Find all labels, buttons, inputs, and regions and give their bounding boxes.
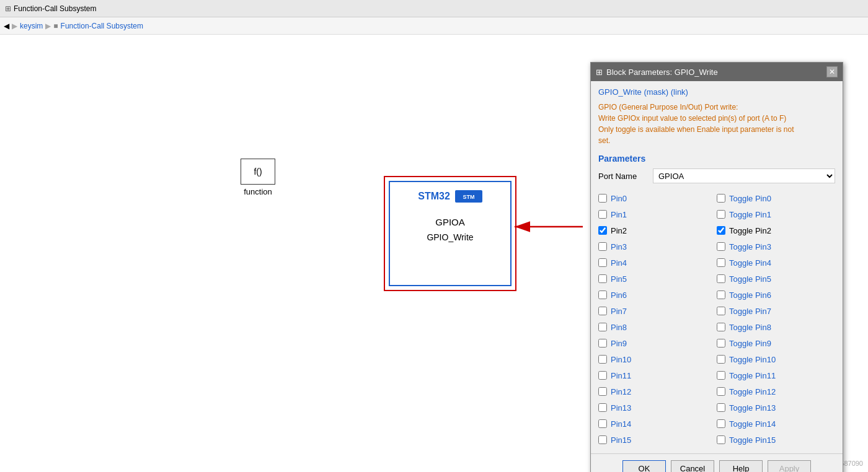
label-pin13: Pin13 (611, 403, 631, 413)
label-pin8: Pin8 (611, 323, 627, 332)
ok-button[interactable]: OK (622, 460, 666, 472)
toggle-row-pin6: Toggle Pin6 (717, 287, 835, 302)
toggle-checkbox-pin8[interactable] (717, 323, 725, 331)
checkbox-pin5[interactable] (598, 274, 607, 283)
pin-row-pin6: Pin6 (598, 287, 717, 302)
toggle-row-pin3: Toggle Pin3 (717, 239, 835, 254)
toggle-label-pin0: Toggle Pin0 (729, 194, 771, 203)
breadcrumb-bar: ◀ ▶ keysim ▶ ■ Function-Call Subsystem (0, 17, 868, 35)
toggle-row-pin2: Toggle Pin2 (717, 223, 835, 238)
function-label: function (244, 187, 272, 196)
label-pin4: Pin4 (611, 258, 627, 268)
checkbox-pin3[interactable] (598, 242, 607, 251)
stm32-header: STM32 STM (395, 187, 505, 206)
toggle-checkbox-pin10[interactable] (717, 355, 725, 364)
label-pin1: Pin1 (611, 210, 627, 219)
toggle-label-pin7: Toggle Pin7 (729, 307, 771, 316)
label-pin11: Pin11 (611, 371, 631, 380)
toggle-row-pin8: Toggle Pin8 (717, 320, 835, 334)
toggle-checkbox-pin5[interactable] (717, 274, 725, 283)
title-bar-text: Function-Call Subsystem (14, 4, 96, 13)
checkbox-pin9[interactable] (598, 339, 607, 347)
port-name-select[interactable]: GPIOA GPIOB GPIOC GPIOD GPIOE GPIOF (653, 168, 835, 183)
label-pin14: Pin14 (611, 419, 631, 429)
toggle-checkbox-pin4[interactable] (717, 258, 725, 267)
toggle-checkbox-pin11[interactable] (717, 371, 725, 380)
checkbox-pin2[interactable] (598, 226, 607, 235)
checkbox-pin8[interactable] (598, 323, 607, 331)
toggle-label-pin5: Toggle Pin5 (729, 274, 771, 284)
toggle-row-pin0: Toggle Pin0 (717, 191, 835, 206)
toggle-checkbox-pin12[interactable] (717, 387, 725, 396)
toggle-checkbox-pin6[interactable] (717, 291, 725, 299)
pin-grid: Pin0Toggle Pin0Pin1Toggle Pin1Pin2Toggle… (598, 191, 835, 447)
nav-forward-icon[interactable]: ▶ (12, 22, 17, 30)
toggle-row-pin12: Toggle Pin12 (717, 384, 835, 399)
toggle-label-pin13: Toggle Pin13 (729, 403, 776, 413)
stm32-port: GPIOA (435, 217, 465, 227)
function-box: f() (241, 159, 275, 185)
nav-back-icon[interactable]: ◀ (4, 22, 9, 30)
checkbox-pin6[interactable] (598, 291, 607, 299)
toggle-checkbox-pin9[interactable] (717, 339, 725, 347)
pin-row-pin12: Pin12 (598, 384, 717, 399)
label-pin6: Pin6 (611, 291, 627, 300)
apply-button[interactable]: Apply (768, 460, 811, 472)
toggle-label-pin8: Toggle Pin8 (729, 323, 771, 332)
toggle-row-pin9: Toggle Pin9 (717, 336, 835, 351)
svg-text:STM: STM (463, 194, 474, 200)
stm32-title: STM32 (418, 191, 450, 202)
breadcrumb-home[interactable]: keysim (20, 22, 43, 30)
pin-row-pin9: Pin9 (598, 336, 717, 351)
toggle-checkbox-pin3[interactable] (717, 242, 725, 251)
label-pin7: Pin7 (611, 307, 627, 316)
toggle-label-pin10: Toggle Pin10 (729, 355, 776, 364)
toggle-row-pin7: Toggle Pin7 (717, 304, 835, 318)
function-block[interactable]: f() function (241, 159, 275, 196)
dialog-title-text: Block Parameters: GPIO_Write (606, 68, 718, 77)
dialog-titlebar-left: ⊞ Block Parameters: GPIO_Write (596, 68, 718, 77)
toggle-checkbox-pin13[interactable] (717, 403, 725, 412)
checkbox-pin1[interactable] (598, 210, 607, 219)
toggle-label-pin1: Toggle Pin1 (729, 210, 771, 219)
stm32-block-wrapper[interactable]: STM32 STM GPIOA GPIO_Write (384, 176, 516, 291)
toggle-label-pin14: Toggle Pin14 (729, 419, 776, 429)
toggle-label-pin4: Toggle Pin4 (729, 258, 771, 268)
dialog-close-button[interactable]: ✕ (826, 66, 838, 77)
toggle-label-pin11: Toggle Pin11 (729, 371, 776, 380)
pin-row-pin3: Pin3 (598, 239, 717, 254)
checkbox-pin12[interactable] (598, 387, 607, 396)
label-pin9: Pin9 (611, 339, 627, 348)
help-button[interactable]: Help (719, 460, 763, 472)
checkbox-pin13[interactable] (598, 403, 607, 412)
title-bar: ⊞ Function-Call Subsystem (0, 0, 868, 17)
toggle-checkbox-pin1[interactable] (717, 210, 725, 219)
toggle-label-pin9: Toggle Pin9 (729, 339, 771, 348)
checkbox-pin11[interactable] (598, 371, 607, 380)
breadcrumb-icon: ■ (53, 22, 58, 30)
function-symbol: f() (254, 167, 262, 177)
checkbox-pin10[interactable] (598, 355, 607, 364)
toggle-row-pin1: Toggle Pin1 (717, 207, 835, 222)
cancel-button[interactable]: Cancel (671, 460, 714, 472)
dialog-body: GPIO_Write (mask) (link) GPIO (General P… (591, 81, 843, 453)
breadcrumb-current[interactable]: Function-Call Subsystem (61, 22, 143, 30)
stm32-block-name: GPIO_Write (427, 232, 473, 242)
label-pin15: Pin15 (611, 435, 631, 445)
toggle-label-pin12: Toggle Pin12 (729, 387, 776, 396)
checkbox-pin4[interactable] (598, 258, 607, 267)
toggle-row-pin11: Toggle Pin11 (717, 368, 835, 383)
pin-row-pin11: Pin11 (598, 368, 717, 383)
toggle-checkbox-pin15[interactable] (717, 435, 725, 444)
checkbox-pin14[interactable] (598, 419, 607, 428)
toggle-checkbox-pin2[interactable] (717, 226, 725, 235)
checkbox-pin7[interactable] (598, 307, 607, 315)
toggle-checkbox-pin7[interactable] (717, 307, 725, 315)
toggle-row-pin10: Toggle Pin10 (717, 352, 835, 367)
checkbox-pin0[interactable] (598, 194, 607, 203)
checkbox-pin15[interactable] (598, 435, 607, 444)
toggle-checkbox-pin14[interactable] (717, 419, 725, 428)
toggle-row-pin5: Toggle Pin5 (717, 271, 835, 286)
pin-row-pin2: Pin2 (598, 223, 717, 238)
toggle-checkbox-pin0[interactable] (717, 194, 725, 203)
